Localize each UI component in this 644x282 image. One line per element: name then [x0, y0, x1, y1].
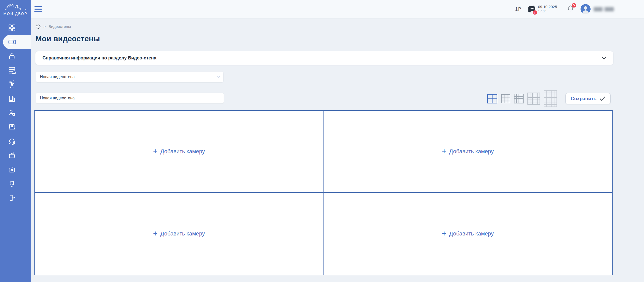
- current-time: 17:34: [538, 9, 557, 14]
- lightbulb-icon: [8, 180, 16, 188]
- grid-layout-2x2-button[interactable]: [487, 94, 497, 103]
- plus-icon: +: [153, 147, 158, 155]
- sidebar-item-logout[interactable]: [0, 191, 31, 205]
- app-logo[interactable]: МОЙ ДВОР: [0, 0, 31, 18]
- plus-icon: +: [153, 230, 158, 237]
- server-cloud-icon: [8, 66, 16, 74]
- hamburger-menu-button[interactable]: [34, 6, 42, 12]
- calendar-icon: !: [528, 5, 536, 13]
- skyline-logo-icon: [3, 3, 28, 11]
- add-camera-label: Добавить камеру: [449, 230, 494, 237]
- sidebar-item-video-walls[interactable]: [3, 35, 31, 49]
- save-button-label: Сохранить: [571, 96, 596, 101]
- page-title: Мои видеостены: [35, 34, 100, 43]
- antenna-icon: [8, 80, 16, 89]
- sidebar-item-workstation[interactable]: [0, 120, 31, 134]
- add-camera-label: Добавить камеру: [160, 148, 205, 155]
- video-wall-grid: + Добавить камеру + Добавить камеру + До…: [34, 110, 613, 275]
- info-accordion[interactable]: Справочная информация по разделу Видео-с…: [35, 51, 613, 65]
- video-wall-cell-3[interactable]: + Добавить камеру: [35, 193, 324, 275]
- app-window: МОЙ ДВОР: [0, 0, 644, 282]
- sidebar: МОЙ ДВОР: [0, 0, 31, 282]
- dashboard-icon: [8, 24, 16, 32]
- grid-layout-3x3-button[interactable]: [501, 94, 510, 103]
- sidebar-item-users[interactable]: [0, 106, 31, 120]
- save-button[interactable]: Сохранить: [565, 93, 611, 104]
- sidebar-item-servers[interactable]: [0, 63, 31, 77]
- username-redacted[interactable]: [594, 7, 614, 11]
- notifications-button[interactable]: 5: [567, 5, 574, 13]
- sidebar-item-wallet[interactable]: [0, 148, 31, 162]
- logout-icon: [8, 194, 16, 202]
- user-avatar[interactable]: [581, 4, 591, 14]
- chevron-down-icon: [602, 57, 606, 59]
- video-wall-cell-2[interactable]: + Добавить камеру: [324, 111, 612, 193]
- back-icon[interactable]: [35, 24, 41, 29]
- laptop-settings-icon: [8, 123, 16, 131]
- logo-text: МОЙ ДВОР: [3, 12, 27, 16]
- plus-icon: +: [442, 230, 446, 237]
- user-settings-icon: [8, 109, 16, 117]
- header-right-cluster: 1₽ ! 09.10.20: [515, 0, 614, 18]
- info-accordion-label: Справочная информация по разделу Видео-с…: [42, 55, 156, 61]
- sidebar-item-buildings[interactable]: [0, 92, 31, 106]
- add-camera-label: Добавить камеру: [160, 230, 205, 237]
- grid-layout-6x6-button[interactable]: [544, 90, 557, 107]
- buildings-icon: [8, 95, 16, 103]
- chevron-down-icon: [217, 76, 220, 78]
- video-wall-select[interactable]: Новая видеостена: [36, 72, 223, 82]
- sidebar-item-equipment[interactable]: [0, 162, 31, 177]
- video-wall-cell-4[interactable]: + Добавить камеру: [324, 193, 612, 275]
- headset-icon: [8, 137, 16, 145]
- balance-indicator[interactable]: 1₽: [515, 6, 521, 12]
- add-camera-label: Добавить камеру: [449, 148, 494, 155]
- check-icon: [599, 96, 605, 101]
- layout-toolbar: Сохранить: [487, 90, 611, 107]
- datetime-text: 09.10.2025 17:34: [538, 5, 557, 14]
- lock-icon: [8, 52, 16, 60]
- sidebar-nav: [0, 21, 31, 205]
- sidebar-item-network[interactable]: [0, 77, 31, 92]
- video-camera-icon: [8, 38, 16, 46]
- main-content: > Видеостены Мои видеостены Справочная и…: [31, 18, 644, 282]
- grid-layout-5x5-button[interactable]: [527, 93, 540, 105]
- sidebar-item-dashboard[interactable]: [0, 21, 31, 35]
- grid-layout-4x4-button[interactable]: [514, 94, 524, 103]
- camera-settings-icon: [8, 165, 16, 173]
- top-header: 1₽ ! 09.10.20: [31, 0, 644, 18]
- wallet-icon: [8, 151, 16, 159]
- plus-icon: +: [442, 147, 446, 155]
- sidebar-item-ideas[interactable]: [0, 177, 31, 191]
- date-widget[interactable]: ! 09.10.2025 17:34: [528, 5, 557, 14]
- wall-name-input[interactable]: [36, 93, 224, 103]
- sidebar-item-support[interactable]: [0, 134, 31, 148]
- breadcrumb-current[interactable]: Видеостены: [49, 24, 71, 29]
- calendar-alert-badge: !: [533, 10, 537, 15]
- breadcrumb: > Видеостены: [35, 24, 71, 29]
- current-date: 09.10.2025: [538, 5, 557, 9]
- notification-count-badge: 5: [572, 3, 576, 8]
- video-wall-select-value: Новая видеостена: [40, 75, 75, 79]
- video-wall-cell-1[interactable]: + Добавить камеру: [35, 111, 324, 193]
- sidebar-item-security[interactable]: [0, 49, 31, 63]
- breadcrumb-separator: >: [44, 24, 46, 29]
